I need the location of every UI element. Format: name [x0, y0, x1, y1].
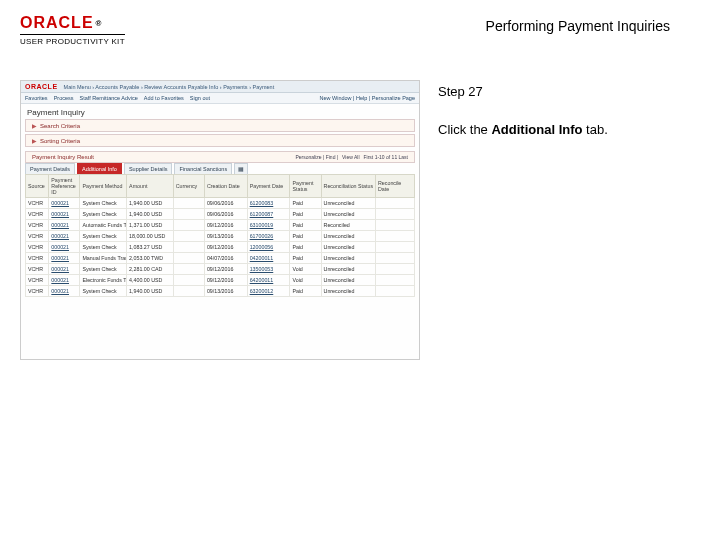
brand-logo: ORACLE ® USER PRODUCTIVITY KIT	[20, 14, 125, 46]
cell-ref[interactable]: 000021	[49, 242, 80, 253]
cell-source: VCHR	[26, 264, 49, 275]
cell-cdate: 09/06/2016	[204, 198, 247, 209]
view-all-link[interactable]: View All	[342, 154, 359, 160]
col-rdate[interactable]: Reconcile Date	[376, 175, 415, 198]
cell-ref[interactable]: 000021	[49, 264, 80, 275]
col-status[interactable]: Payment Status	[290, 175, 321, 198]
col-cdate[interactable]: Creation Date	[204, 175, 247, 198]
cell-method: System Check	[80, 264, 127, 275]
cell-ref[interactable]: 000021	[49, 220, 80, 231]
embedded-screenshot: ORACLE Main Menu › Accounts Payable › Re…	[20, 80, 420, 360]
cell-rdate	[376, 242, 415, 253]
cell-status: Paid	[290, 286, 321, 297]
search-criteria-section[interactable]: ▶Search Criteria	[25, 119, 415, 132]
cell-status: Paid	[290, 253, 321, 264]
cell-cdate: 09/13/2016	[204, 286, 247, 297]
menu-remit[interactable]: Staff Remittance Advice	[80, 95, 138, 101]
cell-ref[interactable]: 000021	[49, 209, 80, 220]
cell-method: System Check	[80, 231, 127, 242]
menu-favorites[interactable]: Favorites	[25, 95, 48, 101]
instr-strong: Additional Info	[491, 122, 582, 137]
cell-rdate	[376, 275, 415, 286]
cell-cdate: 09/13/2016	[204, 231, 247, 242]
cell-source: VCHR	[26, 253, 49, 264]
col-currency[interactable]: Currency	[173, 175, 204, 198]
cell-ref[interactable]: 000021	[49, 286, 80, 297]
cell-cdate: 09/06/2016	[204, 209, 247, 220]
col-method[interactable]: Payment Method	[80, 175, 127, 198]
cell-pdate[interactable]: 61200087	[247, 209, 290, 220]
cell-pdate[interactable]: 61200083	[247, 198, 290, 209]
table-row: VCHR000021System Check1,083.27 USD09/12/…	[26, 242, 415, 253]
menu-addfav[interactable]: Add to Favorites	[144, 95, 184, 101]
cell-status: Void	[290, 264, 321, 275]
range-text: First 1-10 of 11 Last	[364, 154, 408, 160]
cell-ref[interactable]: 000021	[49, 231, 80, 242]
cell-status: Paid	[290, 198, 321, 209]
tab-additional-info[interactable]: Additional Info	[77, 163, 122, 174]
cell-pdate[interactable]: 13500053	[247, 264, 290, 275]
cell-amount: 1,940.00 USD	[127, 209, 174, 220]
sorting-criteria-section[interactable]: ▶Sorting Criteria	[25, 134, 415, 147]
cell-pdate[interactable]: 61700026	[247, 231, 290, 242]
cell-pdate[interactable]: 64200011	[247, 275, 290, 286]
cell-amount: 2,053.00 TWD	[127, 253, 174, 264]
col-pdate[interactable]: Payment Date	[247, 175, 290, 198]
cell-amount: 1,940.00 USD	[127, 286, 174, 297]
cell-recon: Unreconciled	[321, 231, 375, 242]
cell-currency	[173, 264, 204, 275]
col-ref[interactable]: Payment Reference ID	[49, 175, 80, 198]
cell-pdate[interactable]: 12000056	[247, 242, 290, 253]
col-amount[interactable]: Amount	[127, 175, 174, 198]
results-table: Source Payment Reference ID Payment Meth…	[25, 174, 415, 297]
expand-all-icon[interactable]: ▦	[234, 163, 248, 174]
result-header: Payment Inquiry Result Personalize | Fin…	[25, 151, 415, 163]
cell-rdate	[376, 198, 415, 209]
cell-recon: Unreconciled	[321, 209, 375, 220]
brand-main: ORACLE	[20, 14, 94, 32]
table-row: VCHR000021Manual Funds Transfer2,053.00 …	[26, 253, 415, 264]
cell-method: System Check	[80, 242, 127, 253]
cell-currency	[173, 220, 204, 231]
cell-status: Paid	[290, 209, 321, 220]
new-window-links[interactable]: New Window | Help | Personalize Page	[320, 95, 416, 101]
cell-rdate	[376, 220, 415, 231]
cell-pdate[interactable]: 63100019	[247, 220, 290, 231]
cell-pdate[interactable]: 04200011	[247, 253, 290, 264]
page-title: Performing Payment Inquiries	[486, 18, 670, 34]
cell-pdate[interactable]: 63200012	[247, 286, 290, 297]
instr-prefix: Click the	[438, 122, 491, 137]
table-row: VCHR000021System Check1,940.00 USD09/06/…	[26, 198, 415, 209]
cell-recon: Unreconciled	[321, 286, 375, 297]
brand-subtitle: USER PRODUCTIVITY KIT	[20, 34, 125, 46]
cell-status: Void	[290, 275, 321, 286]
table-row: VCHR000021System Check1,940.00 USD09/13/…	[26, 286, 415, 297]
cell-rdate	[376, 286, 415, 297]
cell-amount: 1,083.27 USD	[127, 242, 174, 253]
cell-amount: 18,000.00 USD	[127, 231, 174, 242]
personalize-link[interactable]: Personalize | Find |	[295, 154, 338, 160]
cell-rdate	[376, 253, 415, 264]
shot-menu: Favorites Process Staff Remittance Advic…	[25, 95, 210, 101]
cell-source: VCHR	[26, 242, 49, 253]
tab-payment-details[interactable]: Payment Details	[25, 163, 75, 174]
col-recon[interactable]: Reconciliation Status	[321, 175, 375, 198]
cell-source: VCHR	[26, 220, 49, 231]
cell-ref[interactable]: 000021	[49, 275, 80, 286]
cell-currency	[173, 242, 204, 253]
cell-ref[interactable]: 000021	[49, 253, 80, 264]
cell-source: VCHR	[26, 209, 49, 220]
tab-other[interactable]: Financial Sanctions	[174, 163, 232, 174]
menu-signout[interactable]: Sign out	[190, 95, 210, 101]
instr-suffix: tab.	[582, 122, 607, 137]
cell-method: System Check	[80, 198, 127, 209]
cell-ref[interactable]: 000021	[49, 198, 80, 209]
cell-rdate	[376, 264, 415, 275]
menu-process[interactable]: Process	[54, 95, 74, 101]
cell-cdate: 09/12/2016	[204, 275, 247, 286]
col-source[interactable]: Source	[26, 175, 49, 198]
cell-currency	[173, 209, 204, 220]
tab-supplier-details[interactable]: Supplier Details	[124, 163, 173, 174]
shot-page-title: Payment Inquiry	[21, 104, 419, 119]
cell-method: System Check	[80, 286, 127, 297]
